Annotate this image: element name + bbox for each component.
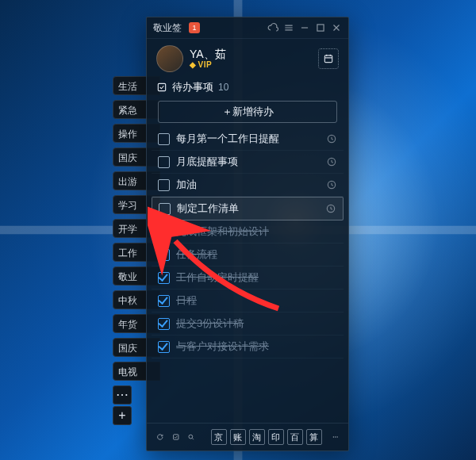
quick-link[interactable]: 淘 (249, 429, 265, 445)
svg-point-9 (332, 436, 333, 437)
todo-label: 日程 (176, 293, 337, 308)
todo-label: 提交3份设计稿 (176, 316, 337, 331)
todo-checkbox[interactable] (158, 272, 170, 284)
calendar-icon (323, 53, 334, 64)
todo-label: 加油 (176, 178, 320, 192)
todo-item[interactable]: 完成框架和初始设计 (152, 220, 344, 243)
todo-item[interactable]: 任务流程 (152, 243, 344, 266)
add-todo-button[interactable]: ＋新增待办 (158, 101, 337, 123)
todo-item[interactable]: 每月第一个工作日提醒 (152, 128, 344, 151)
search-icon[interactable] (187, 431, 195, 443)
todo-item[interactable]: 制定工作清单 (152, 197, 344, 220)
todo-item[interactable]: 提交3份设计稿 (152, 312, 344, 335)
calendar-button[interactable] (318, 48, 339, 69)
more-icon[interactable] (332, 431, 340, 443)
quick-link[interactable]: 印 (268, 429, 284, 445)
todo-checkbox[interactable] (158, 156, 170, 168)
app-panel: 敬业签 1 YA、茹 VIP 待办事项 10 ＋新增待办 每月第一个工作日提醒月… (146, 17, 349, 451)
add-category-button[interactable]: + (113, 406, 132, 425)
menu-lines-icon[interactable] (283, 22, 294, 33)
todo-checkbox[interactable] (159, 203, 171, 215)
app-name: 敬业签 (153, 17, 182, 38)
todo-checkbox[interactable] (158, 179, 170, 191)
titlebar: 敬业签 1 (147, 17, 348, 39)
quick-link[interactable]: 百 (287, 429, 303, 445)
notification-badge[interactable]: 1 (189, 22, 200, 33)
todo-label: 工作自动定时提醒 (176, 270, 337, 285)
todo-checkbox[interactable] (158, 249, 170, 261)
section-count: 10 (218, 82, 228, 93)
todo-label: 与客户对接设计需求 (176, 339, 337, 354)
reminder-clock-icon (325, 203, 336, 214)
quick-link[interactable]: 账 (230, 429, 246, 445)
maximize-icon[interactable] (315, 22, 326, 33)
svg-point-11 (336, 436, 337, 437)
checklist-icon (156, 82, 167, 93)
close-icon[interactable] (331, 22, 342, 33)
todo-checkbox[interactable] (158, 295, 170, 307)
username: YA、茹 (190, 48, 226, 61)
reminder-clock-icon (326, 156, 337, 167)
bottom-bar: 京账淘印百算 (147, 423, 348, 450)
user-row: YA、茹 VIP (147, 39, 348, 79)
check-square-icon[interactable] (172, 431, 180, 443)
vip-badge: VIP (190, 60, 226, 70)
todo-item[interactable]: 加油 (152, 174, 344, 197)
todo-label: 月底提醒事项 (176, 155, 320, 169)
todo-label: 每月第一个工作日提醒 (176, 132, 320, 146)
todo-item[interactable]: 日程 (152, 289, 344, 312)
reminder-clock-icon (326, 179, 337, 190)
quick-link[interactable]: 算 (306, 429, 322, 445)
more-categories-button[interactable]: ⋯ (113, 385, 132, 404)
section-title: 待办事项 (172, 80, 213, 94)
svg-rect-1 (324, 56, 332, 63)
todo-checkbox[interactable] (158, 133, 170, 145)
svg-rect-0 (317, 25, 324, 31)
todo-item[interactable]: 月底提醒事项 (152, 151, 344, 174)
section-header: 待办事项 10 (147, 79, 348, 98)
cloud-sync-icon[interactable] (267, 22, 278, 33)
bottom-quick-links: 京账淘印百算 (211, 429, 322, 445)
todo-label: 任务流程 (176, 247, 337, 262)
reminder-clock-icon (326, 133, 337, 144)
todo-label: 完成框架和初始设计 (176, 224, 337, 239)
avatar[interactable] (156, 45, 183, 72)
svg-point-10 (335, 436, 336, 437)
refresh-icon[interactable] (156, 431, 164, 443)
todo-list: 每月第一个工作日提醒月底提醒事项加油制定工作清单完成框架和初始设计任务流程工作自… (147, 128, 348, 423)
svg-point-8 (189, 435, 193, 439)
minimize-icon[interactable] (299, 22, 310, 33)
todo-checkbox[interactable] (158, 341, 170, 353)
todo-checkbox[interactable] (158, 226, 170, 238)
todo-checkbox[interactable] (158, 318, 170, 330)
quick-link[interactable]: 京 (211, 429, 227, 445)
todo-label: 制定工作清单 (177, 201, 319, 216)
todo-item[interactable]: 工作自动定时提醒 (152, 266, 344, 289)
todo-item[interactable]: 与客户对接设计需求 (152, 335, 344, 358)
